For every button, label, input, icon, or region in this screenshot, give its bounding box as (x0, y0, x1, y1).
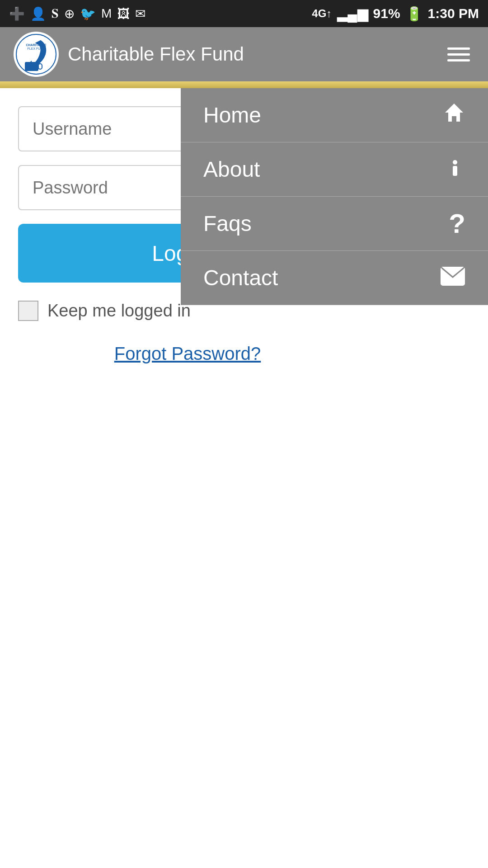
gallery-icon: 🖼 (117, 6, 130, 21)
hamburger-line-3 (447, 59, 470, 61)
network-icon: 4G↑ (312, 7, 332, 20)
svg-rect-1 (25, 62, 38, 71)
svg-text:CHARITABLE: CHARITABLE (26, 43, 47, 47)
envelope-icon (440, 264, 465, 292)
keep-logged-label: Keep me logged in (47, 301, 191, 321)
app-title: Charitable Flex Fund (68, 43, 244, 65)
skype-icon: 𝐒 (52, 6, 59, 21)
app-logo: CHARITABLE FLEX FUND (14, 32, 59, 77)
svg-rect-7 (453, 166, 457, 176)
info-icon (445, 156, 465, 183)
home-icon (443, 101, 465, 129)
app-header: CHARITABLE FLEX FUND Charitable Flex Fun… (0, 27, 488, 81)
nav-menu-item-contact[interactable]: Contact (181, 251, 488, 305)
add-icon: ➕ (9, 6, 25, 21)
battery-icon: 🔋 (406, 6, 422, 22)
status-left-icons: ➕ 👤 𝐒 ⊕ 🐦 M 🖼 ✉ (9, 6, 145, 21)
nav-menu-item-home[interactable]: Home (181, 88, 488, 142)
twitter-icon: 🐦 (80, 6, 96, 21)
battery-percent: 91% (373, 6, 400, 21)
user-icon: 👤 (30, 6, 46, 21)
question-icon: ? (449, 210, 465, 237)
nav-menu-item-about[interactable]: About (181, 142, 488, 197)
email-icon: ✉ (135, 6, 145, 21)
page-footer: Privacy | Terms (0, 863, 488, 868)
gmail-icon: M (101, 6, 112, 21)
svg-marker-5 (445, 104, 463, 122)
status-right-info: 4G↑ ▂▄▆ 91% 🔋 1:30 PM (312, 6, 479, 22)
page-wrapper: Log On Keep me logged in Forgot Password… (0, 88, 488, 868)
keep-logged-checkbox[interactable] (18, 301, 38, 321)
svg-point-6 (453, 160, 457, 165)
yellow-accent-strip (0, 81, 488, 88)
hamburger-line-2 (447, 53, 470, 56)
signal-bars: ▂▄▆ (337, 6, 367, 22)
dropdown-nav-menu: Home About Faqs ? Contact (181, 88, 488, 305)
clock: 1:30 PM (428, 6, 479, 21)
svg-text:FLEX FUND: FLEX FUND (28, 47, 45, 50)
header-left: CHARITABLE FLEX FUND Charitable Flex Fun… (14, 32, 244, 77)
nav-menu-item-faqs[interactable]: Faqs ? (181, 197, 488, 251)
google-icon: ⊕ (64, 6, 75, 21)
hamburger-line-1 (447, 47, 470, 50)
status-bar: ➕ 👤 𝐒 ⊕ 🐦 M 🖼 ✉ 4G↑ ▂▄▆ 91% 🔋 1:30 PM (0, 0, 488, 27)
forgot-password-link[interactable]: Forgot Password? (18, 344, 357, 364)
hamburger-menu-button[interactable] (443, 43, 474, 66)
